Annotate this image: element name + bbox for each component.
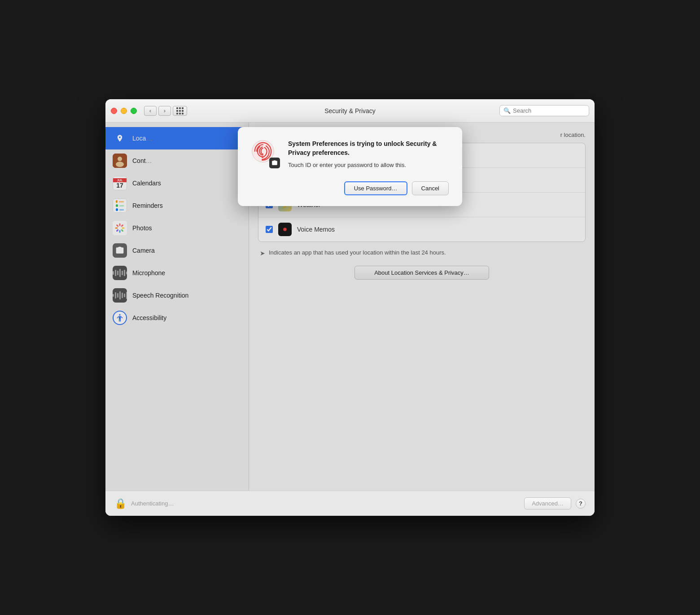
bottom-bar: 🔒 Authenticating… Advanced… ?	[105, 491, 595, 516]
traffic-lights	[111, 108, 137, 114]
camera-badge-icon	[269, 158, 280, 168]
dialog-overlay: System Preferences is trying to unlock S…	[105, 123, 595, 491]
main-content: Loca… Cont… JUL 17	[105, 123, 595, 491]
close-button[interactable]	[111, 108, 117, 114]
window-title: Security & Privacy	[324, 107, 376, 114]
maximize-button[interactable]	[131, 108, 137, 114]
auth-status-text: Authenticating…	[131, 500, 174, 507]
cancel-button[interactable]: Cancel	[412, 181, 449, 195]
help-button[interactable]: ?	[576, 499, 586, 509]
forward-button[interactable]: ›	[158, 106, 171, 116]
grid-view-button[interactable]	[173, 106, 187, 116]
touchid-icon	[251, 140, 280, 168]
search-box[interactable]: 🔍	[499, 105, 589, 116]
search-icon: 🔍	[503, 107, 511, 114]
dialog-text: System Preferences is trying to unlock S…	[288, 140, 449, 170]
lock-icon: 🔒	[114, 498, 127, 510]
search-input[interactable]	[513, 107, 585, 114]
grid-icon	[176, 107, 184, 114]
dialog-message: Touch ID or enter your password to allow…	[288, 161, 449, 170]
dialog-title: System Preferences is trying to unlock S…	[288, 140, 449, 157]
auth-dialog: System Preferences is trying to unlock S…	[238, 127, 462, 206]
advanced-button[interactable]: Advanced…	[524, 497, 571, 510]
back-button[interactable]: ‹	[144, 106, 157, 116]
use-password-button[interactable]: Use Password…	[344, 181, 407, 195]
main-window: ‹ › Security & Privacy 🔍	[105, 99, 595, 516]
nav-buttons: ‹ ›	[144, 106, 171, 116]
titlebar: ‹ › Security & Privacy 🔍	[105, 99, 595, 123]
dialog-header: System Preferences is trying to unlock S…	[251, 140, 449, 170]
dialog-buttons: Use Password… Cancel	[251, 181, 449, 195]
minimize-button[interactable]	[121, 108, 127, 114]
